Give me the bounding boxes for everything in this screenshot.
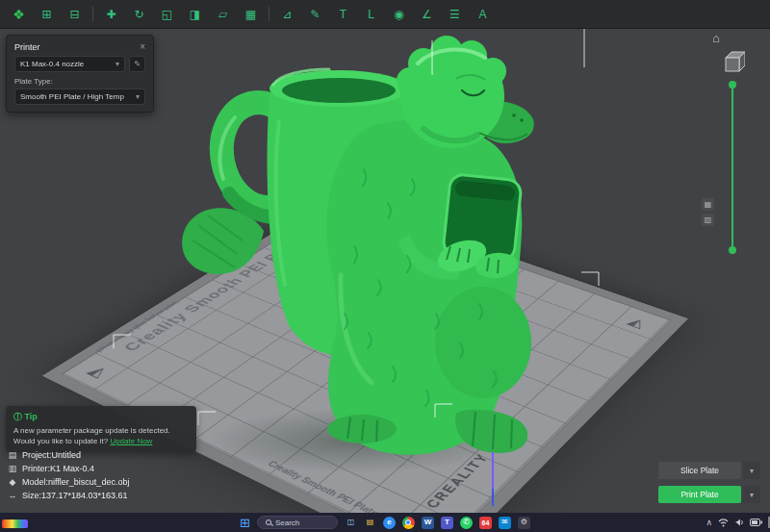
windows-taskbar: ⊞ Search ◫ ▤ e W T ✆ 64 ✉ ⚙ ∧ [0, 513, 770, 532]
system-tray: ∧ [706, 518, 762, 527]
teams-icon[interactable]: T [441, 517, 453, 529]
model-body [326, 120, 531, 455]
tip-notification: ⓘ Tip A new parameter package update is … [6, 406, 196, 452]
seam-tool-icon[interactable]: ◉ [389, 4, 409, 24]
lay-flat-tool-icon[interactable]: ▱ [213, 4, 233, 24]
status-row: ◆ Model:niffler_biscut_dec.obj [8, 477, 129, 487]
printer-select[interactable]: K1 Max-0.4 nozzle ▾ [14, 56, 125, 72]
chevron-down-icon: ▾ [750, 491, 754, 499]
status-row: ↔ Size:137.17*184.03*163.61 [8, 491, 129, 500]
file-explorer-icon[interactable]: ▤ [364, 517, 376, 529]
printer-value: Printer:K1 Max-0.4 [22, 464, 94, 473]
project-status-panel: ▤ Project:Untitled ▥ Printer:K1 Max-0.4 … [8, 450, 129, 500]
viewport-3d[interactable]: Creality Smooth PEI Plate please apply g… [0, 29, 770, 513]
rainbow-widget-icon[interactable] [2, 519, 28, 528]
pencil-icon: ✎ [134, 60, 141, 68]
measure-tool-icon[interactable]: ∠ [417, 4, 437, 24]
wifi-icon[interactable] [718, 518, 729, 527]
printer-icon: ▥ [8, 464, 17, 473]
niffler-mug-model[interactable] [171, 29, 537, 463]
status-row: ▥ Printer:K1 Max-0.4 [8, 464, 129, 473]
chevron-down-icon: ▾ [136, 92, 140, 101]
edit-printer-button[interactable]: ✎ [129, 56, 145, 72]
status-row: ▤ Project:Untitled [8, 450, 129, 460]
paint-tool-icon[interactable]: ✎ [305, 4, 325, 24]
plate-corner-logo: ◭ [85, 364, 113, 379]
project-value: Project:Untitled [22, 450, 81, 460]
chrome-browser-icon[interactable] [402, 517, 415, 529]
letter-tool-icon[interactable]: L [361, 4, 381, 24]
battery-icon[interactable] [750, 519, 762, 526]
model-head [397, 36, 534, 148]
view-cube[interactable] [720, 48, 745, 73]
remove-model-icon[interactable]: ⊟ [64, 4, 85, 24]
badge-64-icon[interactable]: 64 [479, 517, 492, 529]
model-value: Model:niffler_biscut_dec.obj [22, 477, 129, 487]
project-icon: ▤ [8, 450, 17, 460]
whatsapp-icon[interactable]: ✆ [460, 517, 473, 529]
windows-start-button[interactable]: ⊞ [240, 517, 250, 529]
move-tool-icon[interactable]: ✚ [101, 4, 121, 24]
close-icon[interactable]: × [140, 41, 145, 52]
update-now-link[interactable]: Update Now [110, 437, 152, 445]
scale-tool-icon[interactable]: ◱ [157, 4, 177, 24]
mail-icon[interactable]: ✉ [499, 517, 511, 529]
plate-list-button[interactable]: ▥ [702, 214, 714, 226]
print-options-button[interactable]: ▾ [743, 486, 760, 503]
taskbar-search[interactable]: Search [257, 516, 338, 529]
edge-browser-icon[interactable]: e [383, 517, 396, 529]
info-icon: ⓘ [13, 412, 22, 421]
task-view-icon[interactable]: ◫ [345, 517, 357, 529]
rotate-tool-icon[interactable]: ↻ [129, 4, 149, 24]
layer-slider-knob-top[interactable] [729, 81, 736, 89]
auto-arrange-tool-icon[interactable]: ▦ [241, 4, 261, 24]
support-tool-icon[interactable]: ⊿ [277, 4, 297, 24]
size-icon: ↔ [8, 491, 17, 500]
slice-options-button[interactable]: ▾ [743, 462, 760, 479]
layer-slider-knob-bottom[interactable] [729, 246, 736, 254]
tip-title: Tip [25, 412, 38, 421]
search-icon [266, 519, 271, 525]
plate-grid-button[interactable]: ▦ [702, 198, 714, 211]
plate-type-label: Plate Type: [14, 77, 145, 86]
slice-plate-button[interactable]: Slice Plate [658, 462, 741, 479]
plate-list-buttons: ▦ ▥ [702, 198, 714, 226]
printer-panel-title: Printer [14, 42, 40, 52]
add-model-icon[interactable]: ⊞ [37, 4, 57, 24]
font-tool-icon[interactable]: A [473, 4, 493, 24]
word-icon[interactable]: W [422, 517, 434, 529]
plate-type-select[interactable]: Smooth PEI Plate / High Temp ▾ [14, 89, 145, 105]
toolbar-separator [269, 7, 270, 21]
plate-actions: Slice Plate ▾ Print Plate ▾ [658, 462, 760, 503]
size-value: Size:137.17*184.03*163.61 [22, 491, 128, 500]
object-list-icon[interactable]: ☰ [445, 4, 465, 24]
home-view-icon[interactable]: ⌂ [712, 31, 720, 45]
mirror-tool-icon[interactable]: ◨ [185, 4, 205, 24]
chevron-down-icon: ▾ [750, 467, 754, 475]
printer-panel: Printer × K1 Max-0.4 nozzle ▾ ✎ Plate Ty… [6, 35, 154, 113]
plate-corner-logo: ◭ [626, 316, 650, 330]
settings-icon[interactable]: ⚙ [518, 517, 530, 529]
creality-logo-icon[interactable]: ❖ [9, 4, 29, 24]
model-icon: ◆ [8, 477, 17, 487]
tray-chevron-icon[interactable]: ∧ [706, 518, 712, 527]
text-tool-icon[interactable]: T [333, 4, 353, 24]
creality-print-app: ❖ ⊞ ⊟ ✚ ↻ ◱ ◨ ▱ ▦ ⊿ ✎ T L ◉ ∠ ☰ A Creali… [0, 0, 770, 532]
chevron-down-icon: ▾ [116, 60, 119, 68]
print-plate-button[interactable]: Print Plate [658, 486, 741, 503]
toolbar-separator [92, 7, 93, 21]
main-toolbar: ❖ ⊞ ⊟ ✚ ↻ ◱ ◨ ▱ ▦ ⊿ ✎ T L ◉ ∠ ☰ A [0, 0, 770, 29]
layer-slider-track[interactable] [732, 85, 733, 250]
volume-icon[interactable] [734, 518, 744, 527]
